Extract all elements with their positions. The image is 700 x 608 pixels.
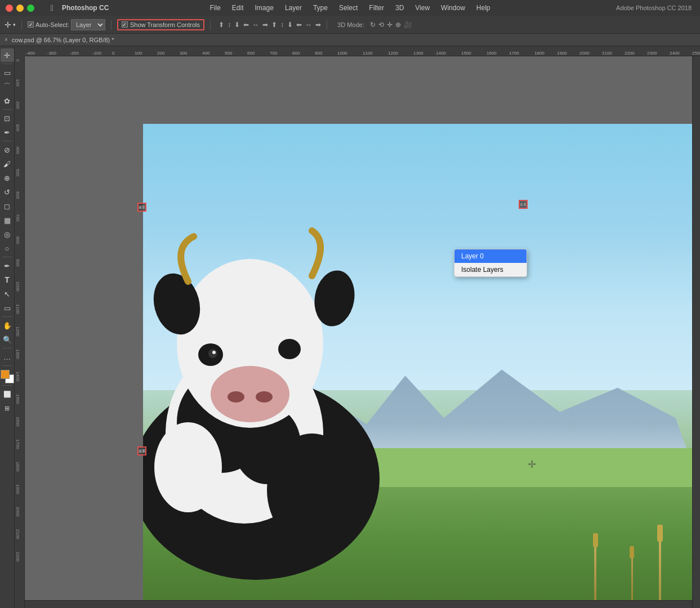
pen-tool[interactable]: ✒ bbox=[1, 259, 14, 272]
heal-tool[interactable]: ⊘ bbox=[1, 143, 14, 157]
dist-bottom-icon[interactable]: ⬇ bbox=[287, 21, 293, 29]
type-tool[interactable]: T bbox=[1, 273, 14, 287]
move-tool[interactable]: ✛ bbox=[1, 48, 14, 62]
ruler-mark: 1900 bbox=[557, 51, 567, 56]
grass-stalk-1 bbox=[659, 540, 661, 608]
minimize-button[interactable] bbox=[16, 5, 24, 12]
menu-layer[interactable]: Layer bbox=[285, 4, 302, 12]
transform-checkbox[interactable]: ✓ bbox=[122, 21, 128, 28]
transform-handle-top-right[interactable] bbox=[519, 200, 528, 209]
dist-top-icon[interactable]: ⬆ bbox=[271, 21, 277, 29]
3d-rotate-icon[interactable]: ↻ bbox=[370, 21, 376, 29]
auto-select-checkbox[interactable]: ✓ bbox=[28, 21, 34, 28]
align-horiz-icon[interactable]: ↔ bbox=[252, 21, 259, 29]
clone-tool[interactable]: ⊕ bbox=[1, 171, 14, 185]
ruler-mark: 300 bbox=[180, 51, 187, 56]
svg-point-13 bbox=[278, 339, 301, 359]
close-button[interactable] bbox=[6, 5, 13, 12]
layer-dropdown[interactable]: Layer Group bbox=[71, 19, 105, 30]
tab-close-button[interactable]: × bbox=[5, 37, 8, 43]
canvas-area[interactable]: ✛ Layer 0 Isolate Layers bbox=[25, 56, 700, 608]
3d-slide-icon[interactable]: ⊕ bbox=[395, 21, 401, 29]
zoom-tool[interactable]: 🔍 bbox=[1, 333, 14, 346]
ruler-mark: 0 bbox=[112, 51, 114, 56]
context-menu-isolate[interactable]: Isolate Layers bbox=[454, 263, 527, 276]
menu-file[interactable]: File bbox=[210, 4, 221, 12]
eraser-tool[interactable]: ◻ bbox=[1, 199, 14, 213]
menu-help[interactable]: Help bbox=[476, 4, 491, 12]
tool-separator-2 bbox=[2, 109, 12, 110]
history-brush-tool[interactable]: ↺ bbox=[1, 185, 14, 199]
context-menu[interactable]: Layer 0 Isolate Layers bbox=[454, 249, 527, 277]
3d-camera-icon[interactable]: 🎥 bbox=[404, 21, 412, 29]
ruler-v-mark: 700 bbox=[15, 214, 20, 221]
gradient-tool[interactable]: ▦ bbox=[1, 213, 14, 227]
ruler-mark: 1200 bbox=[388, 51, 398, 56]
transform-handle-top-left[interactable] bbox=[137, 203, 146, 212]
quick-select-tool[interactable]: ✿ bbox=[1, 94, 14, 108]
screen-mode[interactable]: ⊞ bbox=[1, 401, 14, 415]
hand-tool[interactable]: ✋ bbox=[1, 319, 14, 332]
ruler-v-mark: 2100 bbox=[15, 529, 20, 539]
align-vert-icon[interactable]: ↕ bbox=[228, 21, 231, 29]
dist-horiz-icon[interactable]: ↔ bbox=[305, 21, 312, 29]
3d-roll-icon[interactable]: ⟲ bbox=[378, 21, 384, 29]
color-boxes[interactable] bbox=[1, 370, 14, 383]
menu-edit[interactable]: Edit bbox=[232, 4, 244, 12]
svg-point-8 bbox=[228, 391, 244, 403]
ruler-mark: 1500 bbox=[461, 51, 471, 56]
dodge-tool[interactable]: ○ bbox=[1, 242, 14, 255]
maximize-button[interactable] bbox=[27, 5, 34, 12]
ruler-mark: 900 bbox=[315, 51, 322, 56]
transform-controls-group[interactable]: ✓ Show Transform Controls bbox=[117, 19, 204, 30]
menu-type[interactable]: Type bbox=[313, 4, 328, 12]
foreground-color[interactable] bbox=[1, 370, 10, 379]
ruler-mark: 1800 bbox=[534, 51, 545, 56]
menu-window[interactable]: Window bbox=[441, 4, 465, 12]
menu-image[interactable]: Image bbox=[255, 4, 274, 12]
ruler-v-mark: 800 bbox=[15, 236, 20, 244]
dist-left-icon[interactable]: ⬅ bbox=[296, 21, 302, 29]
3d-mode-group: 3D Mode: ↻ ⟲ ✛ ⊕ 🎥 bbox=[337, 21, 412, 29]
3d-pan-icon[interactable]: ✛ bbox=[387, 21, 393, 29]
lasso-tool[interactable]: ⌒ bbox=[1, 80, 14, 93]
tab-title[interactable]: cow.psd @ 66.7% (Layer 0, RGB/8) * bbox=[12, 37, 114, 43]
ruler-mark: 2000 bbox=[579, 51, 590, 56]
move-tool-icon[interactable]: ✛ ▾ bbox=[5, 20, 16, 29]
scrollbar-right[interactable] bbox=[692, 56, 700, 608]
scrollbar-bottom[interactable] bbox=[25, 600, 692, 608]
dist-vert-icon[interactable]: ↕ bbox=[280, 21, 284, 29]
more-tools[interactable]: … bbox=[1, 350, 14, 364]
menu-view[interactable]: View bbox=[415, 4, 430, 12]
seed-head-2 bbox=[630, 546, 634, 558]
content-area: -400 -300 -200 -100 0 100 200 300 400 50… bbox=[15, 46, 700, 608]
brush-tool[interactable]: 🖌 bbox=[1, 157, 14, 171]
align-bottom-icon[interactable]: ⬇ bbox=[234, 21, 240, 29]
align-right-icon[interactable]: ➡ bbox=[262, 21, 268, 29]
ruler-mark: -100 bbox=[92, 51, 101, 56]
3d-mode-icons: ↻ ⟲ ✛ ⊕ 🎥 bbox=[370, 21, 412, 29]
menu-filter[interactable]: Filter bbox=[369, 4, 384, 12]
crop-tool[interactable]: ⊡ bbox=[1, 111, 14, 125]
options-bar: ✛ ▾ ✓ Auto-Select: Layer Group ✓ Show Tr… bbox=[0, 16, 700, 34]
marquee-tool[interactable]: ▭ bbox=[1, 66, 14, 79]
ruler-mark: 200 bbox=[157, 51, 164, 56]
ruler-mark: 1700 bbox=[509, 51, 519, 56]
mask-mode[interactable]: ⬜ bbox=[1, 387, 14, 401]
dist-right-icon[interactable]: ➡ bbox=[315, 21, 321, 29]
context-menu-layer0[interactable]: Layer 0 bbox=[454, 249, 527, 263]
shape-tool[interactable]: ▭ bbox=[1, 301, 14, 315]
align-left-icon[interactable]: ⬅ bbox=[243, 21, 249, 29]
blur-tool[interactable]: ◎ bbox=[1, 227, 14, 241]
menu-select[interactable]: Select bbox=[339, 4, 358, 12]
align-top-icon[interactable]: ⬆ bbox=[219, 21, 224, 29]
ruler-mark: 800 bbox=[292, 51, 300, 56]
ruler-mark: 2200 bbox=[625, 51, 635, 56]
ruler-mark: 400 bbox=[202, 51, 209, 56]
menu-3d[interactable]: 3D bbox=[395, 4, 404, 12]
ruler-mark: -400 bbox=[26, 51, 35, 56]
ruler-mark: 1400 bbox=[436, 51, 446, 56]
transform-handle-bottom-left[interactable] bbox=[137, 446, 146, 455]
eyedropper-tool[interactable]: ✒ bbox=[1, 126, 14, 139]
path-select-tool[interactable]: ↖ bbox=[1, 287, 14, 301]
